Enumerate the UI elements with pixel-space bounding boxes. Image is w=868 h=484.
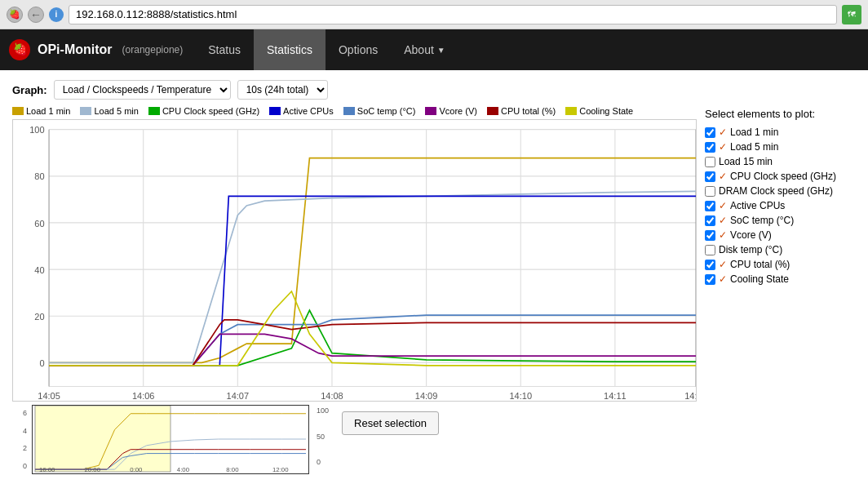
time-select[interactable]: 10s (24h total) [237, 80, 328, 100]
legend-color-load5min [80, 107, 91, 115]
checkbox-dramclock: DRAM Clock speed (GHz) [705, 185, 856, 197]
main-content: Graph: Load / Clockspeeds / Temperature … [0, 70, 868, 484]
svg-text:0:00: 0:00 [130, 466, 143, 473]
legend-cooling: Cooling State [565, 106, 633, 116]
main-chart-svg: 100 80 60 40 20 0 5.0 4.0 3.0 2.0 1.0 0.… [13, 120, 696, 401]
checkbox-cputotal-input[interactable] [705, 260, 715, 270]
legend-activecpu: Active CPUs [269, 106, 334, 116]
navbar: 🍓 OPi-Monitor (orangepione) Status Stati… [0, 29, 868, 70]
url-text: 192.168.0.112:8888/statistics.html [76, 8, 237, 20]
nav-status[interactable]: Status [195, 29, 254, 70]
checkbox-activecpus-input[interactable] [705, 201, 715, 211]
activecpus-line [49, 196, 696, 366]
load5min-line [49, 191, 696, 362]
graph-label: Graph: [12, 84, 47, 96]
overview-area: 6 4 2 0 16:00 20:00 0:00 [12, 405, 697, 474]
overview-y-right: 100 50 0 [314, 405, 329, 466]
load1min-line [49, 158, 696, 363]
legend-cputotal: CPU total (%) [487, 106, 556, 116]
graph-select[interactable]: Load / Clockspeeds / Temperature [54, 80, 231, 100]
checkbox-load5min: ✓ Load 5 min [705, 141, 856, 153]
legend-color-activecpu [269, 107, 281, 115]
legend-color-cpuclock [148, 107, 160, 115]
legend-color-vcore [425, 107, 436, 115]
brand: 🍓 OPi-Monitor (orangepione) [8, 38, 183, 61]
svg-text:100: 100 [29, 125, 44, 135]
cputotal-line [49, 320, 696, 366]
back-button[interactable]: ← [28, 7, 44, 23]
browser-bar: 🍓 ← i 192.168.0.112:8888/statistics.html… [0, 0, 868, 29]
chevron-down-icon: ▼ [437, 46, 445, 55]
checkbox-vcore: ✓ Vcore (V) [705, 229, 856, 241]
overview-chart-svg[interactable]: 16:00 20:00 0:00 4:00 8:00 12:00 [32, 405, 309, 474]
legend-soctemp: SoC temp (°C) [343, 106, 416, 116]
checkbox-soctemp: ✓ SoC temp (°C) [705, 215, 856, 226]
checkbox-cputotal: ✓ CPU total (%) [705, 259, 856, 270]
legend-color-soctemp [343, 107, 355, 115]
svg-text:14:09: 14:09 [415, 390, 438, 400]
svg-text:14:12: 14:12 [684, 390, 696, 400]
svg-text:0: 0 [39, 358, 44, 368]
legend-color-cooling [565, 107, 577, 115]
cpuclock-line [49, 310, 696, 366]
svg-text:14:11: 14:11 [604, 390, 627, 400]
cooling-line [49, 291, 696, 366]
checkbox-cooling-input[interactable] [705, 274, 715, 285]
brand-logo-icon: 🍓 [8, 38, 31, 61]
svg-text:14:07: 14:07 [227, 390, 250, 400]
checkbox-load5min-input[interactable] [705, 142, 715, 153]
svg-text:12:00: 12:00 [272, 466, 289, 473]
raspberry-icon[interactable]: 🍓 [7, 7, 23, 23]
overview-y-left: 6 4 2 0 [12, 405, 27, 470]
checkbox-cooling: ✓ Cooling State [705, 273, 856, 285]
svg-rect-37 [35, 406, 170, 472]
info-icon[interactable]: i [49, 7, 64, 22]
svg-text:14:08: 14:08 [321, 390, 343, 400]
chart-container: Load 1 min Load 5 min CPU Clock speed (G… [12, 106, 697, 474]
brand-name: OPi-Monitor [38, 42, 113, 57]
checkbox-cpuclock-input[interactable] [705, 171, 715, 182]
url-bar[interactable]: 192.168.0.112:8888/statistics.html [69, 5, 837, 24]
svg-text:14:05: 14:05 [38, 390, 60, 400]
checkbox-cpuclock: ✓ CPU Clock speed (GHz) [705, 171, 856, 182]
checkbox-load15min: Load 15 min [705, 156, 856, 167]
checkbox-activecpus: ✓ Active CPUs [705, 200, 856, 211]
svg-text:16:00: 16:00 [39, 466, 55, 473]
right-panel: Select elements to plot: ✓ Load 1 min ✓ … [705, 106, 856, 474]
nav-statistics[interactable]: Statistics [254, 29, 326, 70]
legend-vcore: Vcore (V) [425, 106, 476, 116]
checkbox-disktemp: Disk temp (°C) [705, 244, 856, 255]
vcore-line [49, 334, 696, 365]
svg-text:20: 20 [34, 312, 44, 322]
checkbox-load1min: ✓ Load 1 min [705, 127, 856, 138]
legend-color-cputotal [487, 107, 498, 115]
legend-load5min: Load 5 min [80, 106, 138, 116]
controls-row: Graph: Load / Clockspeeds / Temperature … [12, 80, 856, 100]
svg-text:14:10: 14:10 [509, 390, 532, 400]
nav-options[interactable]: Options [326, 29, 391, 70]
brand-sub: (orangepione) [122, 44, 184, 56]
checkbox-load15min-input[interactable] [705, 157, 715, 167]
legend-load1min: Load 1 min [12, 106, 70, 116]
right-panel-title: Select elements to plot: [705, 108, 856, 120]
checkbox-vcore-input[interactable] [705, 230, 715, 241]
svg-text:8:00: 8:00 [226, 466, 239, 473]
legend-color-load1min [12, 107, 24, 115]
chart-wrapper: Load 1 min Load 5 min CPU Clock speed (G… [12, 106, 856, 474]
legend: Load 1 min Load 5 min CPU Clock speed (G… [12, 106, 697, 116]
checkbox-dramclock-input[interactable] [705, 186, 715, 197]
nav-about[interactable]: About ▼ [391, 29, 458, 70]
svg-text:60: 60 [34, 218, 44, 228]
svg-text:80: 80 [34, 171, 44, 181]
svg-text:🍓: 🍓 [13, 42, 28, 56]
legend-cpuclock: CPU Clock speed (GHz) [148, 106, 259, 116]
checkbox-soctemp-input[interactable] [705, 215, 715, 226]
svg-text:4:00: 4:00 [177, 466, 190, 473]
reset-selection-button[interactable]: Reset selection [342, 411, 439, 435]
checkbox-load1min-input[interactable] [705, 127, 715, 138]
svg-text:40: 40 [34, 264, 44, 274]
checkbox-disktemp-input[interactable] [705, 245, 715, 255]
extension-icon[interactable]: 🗺 [842, 5, 861, 24]
svg-text:14:06: 14:06 [132, 390, 155, 400]
main-chart-area[interactable]: 100 80 60 40 20 0 5.0 4.0 3.0 2.0 1.0 0.… [12, 119, 697, 402]
